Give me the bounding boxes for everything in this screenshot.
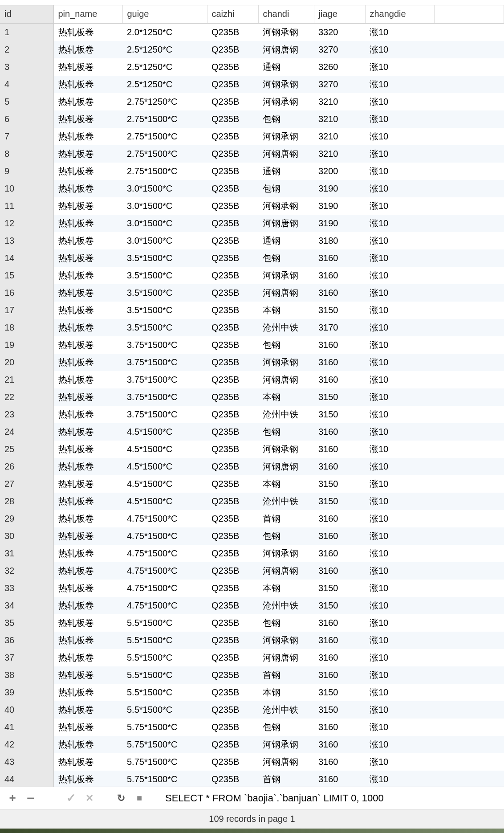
table-row[interactable]: 35热轧板卷5.5*1500*CQ235B包钢3160涨10 <box>0 614 504 632</box>
cell[interactable]: 36 <box>0 632 53 649</box>
cell[interactable]: 39 <box>0 684 53 701</box>
cell-blank[interactable] <box>434 180 504 197</box>
cell[interactable]: 沧州中铁 <box>258 597 314 614</box>
cell[interactable]: 热轧板卷 <box>53 215 122 232</box>
cell[interactable]: 热轧板卷 <box>53 701 122 719</box>
cell[interactable]: 涨10 <box>365 684 434 701</box>
cell[interactable]: 32 <box>0 562 53 580</box>
cell[interactable]: 涨10 <box>365 771 434 787</box>
cell[interactable]: Q235B <box>207 562 258 580</box>
cell[interactable]: 4.5*1500*C <box>122 423 207 441</box>
cell[interactable]: Q235B <box>207 527 258 545</box>
cell[interactable]: 包钢 <box>258 249 314 267</box>
cell[interactable]: 3150 <box>314 493 365 510</box>
cell[interactable]: 33 <box>0 580 53 597</box>
cell[interactable]: 河钢承钢 <box>258 545 314 562</box>
cell[interactable]: 涨10 <box>365 719 434 736</box>
table-row[interactable]: 8热轧板卷2.75*1500*CQ235B河钢唐钢3210涨10 <box>0 145 504 163</box>
table-row[interactable]: 14热轧板卷3.5*1500*CQ235B包钢3160涨10 <box>0 249 504 267</box>
cell[interactable]: 涨10 <box>365 632 434 649</box>
cell[interactable]: Q235B <box>207 319 258 336</box>
cell[interactable]: Q235B <box>207 753 258 771</box>
cell[interactable]: 3160 <box>314 719 365 736</box>
cell[interactable]: 热轧板卷 <box>53 771 122 787</box>
cell[interactable]: 通钢 <box>258 58 314 76</box>
cell[interactable]: 3160 <box>314 354 365 371</box>
cell[interactable]: 44 <box>0 771 53 787</box>
cell[interactable]: 沧州中铁 <box>258 319 314 336</box>
cell[interactable]: 3160 <box>314 562 365 580</box>
cell[interactable]: 热轧板卷 <box>53 666 122 684</box>
cell[interactable]: 5.75*1500*C <box>122 753 207 771</box>
cell[interactable]: 3190 <box>314 197 365 215</box>
cell[interactable]: 3160 <box>314 545 365 562</box>
cell[interactable]: 热轧板卷 <box>53 145 122 163</box>
cell-blank[interactable] <box>434 110 504 128</box>
cell[interactable]: 热轧板卷 <box>53 41 122 58</box>
cell[interactable]: 河钢承钢 <box>258 197 314 215</box>
cell[interactable]: 3270 <box>314 76 365 93</box>
cell[interactable]: 热轧板卷 <box>53 93 122 110</box>
cell[interactable]: Q235B <box>207 267 258 284</box>
cell[interactable]: 5 <box>0 93 53 110</box>
cell[interactable]: 34 <box>0 597 53 614</box>
commit-icon[interactable]: ✓ <box>65 792 77 804</box>
cell[interactable]: 17 <box>0 302 53 319</box>
cell[interactable]: 河钢承钢 <box>258 632 314 649</box>
cell[interactable]: Q235B <box>207 354 258 371</box>
cell[interactable]: Q235B <box>207 215 258 232</box>
table-row[interactable]: 23热轧板卷3.75*1500*CQ235B沧州中铁3150涨10 <box>0 406 504 423</box>
cell[interactable]: 通钢 <box>258 232 314 249</box>
cell[interactable]: 4.5*1500*C <box>122 441 207 458</box>
delete-row-icon[interactable]: − <box>25 792 37 804</box>
table-row[interactable]: 22热轧板卷3.75*1500*CQ235B本钢3150涨10 <box>0 388 504 406</box>
cell[interactable]: 4 <box>0 76 53 93</box>
cell[interactable]: 通钢 <box>258 163 314 180</box>
cell-blank[interactable] <box>434 41 504 58</box>
cell[interactable]: 热轧板卷 <box>53 180 122 197</box>
table-row[interactable]: 11热轧板卷3.0*1500*CQ235B河钢承钢3190涨10 <box>0 197 504 215</box>
table-row[interactable]: 31热轧板卷4.75*1500*CQ235B河钢承钢3160涨10 <box>0 545 504 562</box>
cell[interactable]: 4.75*1500*C <box>122 580 207 597</box>
cell[interactable]: 涨10 <box>365 336 434 354</box>
cell[interactable]: Q235B <box>207 76 258 93</box>
cell[interactable]: Q235B <box>207 110 258 128</box>
cell[interactable]: 1 <box>0 23 53 41</box>
cell-blank[interactable] <box>434 545 504 562</box>
cell[interactable]: 3150 <box>314 597 365 614</box>
cell[interactable]: 41 <box>0 719 53 736</box>
cell[interactable]: 河钢承钢 <box>258 267 314 284</box>
cell[interactable]: 5.5*1500*C <box>122 701 207 719</box>
cell-blank[interactable] <box>434 197 504 215</box>
column-header-rownum[interactable]: id <box>0 5 53 23</box>
cell[interactable]: 涨10 <box>365 23 434 41</box>
cell[interactable]: 热轧板卷 <box>53 354 122 371</box>
column-header-guige[interactable]: guige <box>122 5 207 23</box>
cell[interactable]: 3210 <box>314 145 365 163</box>
cell-blank[interactable] <box>434 76 504 93</box>
column-header-blank[interactable] <box>434 5 504 23</box>
cell[interactable]: 涨10 <box>365 458 434 475</box>
cell[interactable]: 河钢唐钢 <box>258 649 314 666</box>
table-row[interactable]: 44热轧板卷5.75*1500*CQ235B首钢3160涨10 <box>0 771 504 787</box>
cell[interactable]: 3190 <box>314 215 365 232</box>
cell[interactable]: 3.5*1500*C <box>122 302 207 319</box>
cell[interactable]: 37 <box>0 649 53 666</box>
cell-blank[interactable] <box>434 319 504 336</box>
cell[interactable]: 3160 <box>314 771 365 787</box>
cell-blank[interactable] <box>434 215 504 232</box>
cell[interactable]: Q235B <box>207 406 258 423</box>
table-row[interactable]: 9热轧板卷2.75*1500*CQ235B通钢3200涨10 <box>0 163 504 180</box>
cell[interactable]: Q235B <box>207 180 258 197</box>
cell[interactable]: Q235B <box>207 41 258 58</box>
cell[interactable]: 3160 <box>314 267 365 284</box>
cell[interactable]: 29 <box>0 510 53 527</box>
cell[interactable]: 河钢承钢 <box>258 736 314 753</box>
cell-blank[interactable] <box>434 441 504 458</box>
cell-blank[interactable] <box>434 736 504 753</box>
cell[interactable]: 热轧板卷 <box>53 319 122 336</box>
cell[interactable]: 3.0*1500*C <box>122 197 207 215</box>
cell[interactable]: 31 <box>0 545 53 562</box>
table-row[interactable]: 38热轧板卷5.5*1500*CQ235B首钢3160涨10 <box>0 666 504 684</box>
cell[interactable]: 5.5*1500*C <box>122 649 207 666</box>
